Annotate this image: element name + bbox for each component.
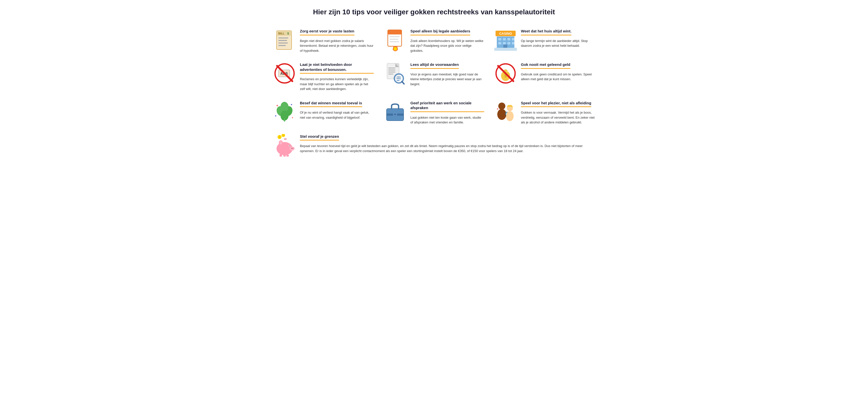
svg-text:$: $	[287, 32, 289, 35]
svg-rect-23	[507, 38, 510, 40]
tip-item-9: ✦ Speel voor het plezier, niet als aflei…	[489, 96, 600, 129]
tip-item-5: Lees altijd de voorwaarden Voor je ergen…	[379, 58, 489, 96]
tip-body-6: Gebruik ook geen creditcard om te spelen…	[521, 72, 595, 82]
tip-body-9: Gokken is voor vermaak. Vermijd het als …	[521, 110, 595, 125]
tip-title-2: Speel alleen bij legale aanbieders	[410, 29, 470, 35]
tip-body-2: Zoek alleen licentiehouders op. Wil je w…	[410, 38, 484, 53]
tip-body-4: Reclames en promoties kunnen verleidelij…	[300, 77, 374, 91]
cert-icon	[384, 29, 406, 51]
tip-title-10: Stel vooraf je grenzen	[300, 134, 339, 141]
tip-content-1: Zorg eerst voor je vaste lasten Begin ni…	[300, 29, 374, 53]
svg-rect-30	[494, 48, 517, 51]
tip-title-4: Laat je niet beïnvloeden door advertenti…	[300, 62, 374, 74]
tip-body-7: Of je nu wint of verliest hangt vaak af …	[300, 110, 374, 120]
tip-title-9: Speel voor het plezier, niet als afleidi…	[521, 100, 591, 107]
tip-content-4: Laat je niet beïnvloeden door advertenti…	[300, 62, 374, 91]
people-icon: ✦	[494, 100, 517, 123]
svg-rect-9	[388, 30, 402, 34]
svg-rect-6	[278, 42, 288, 43]
svg-rect-40	[388, 71, 395, 72]
svg-text:✦: ✦	[291, 116, 293, 119]
svg-point-75	[291, 148, 292, 149]
tip-content-10: Stel vooraf je grenzen Bepaal van tevore…	[300, 134, 595, 154]
tip-content-5: Lees altijd de voorwaarden Voor je ergen…	[410, 62, 484, 86]
tip-body-10: Bepaal van tevoren hoeveel tijd en geld …	[300, 144, 595, 153]
svg-rect-39	[388, 70, 395, 70]
svg-point-70	[506, 111, 514, 121]
svg-text:✦: ✦	[496, 107, 499, 111]
svg-text:✦: ✦	[276, 104, 279, 108]
tip-body-3: Op lange termijn wint de aanbieder altij…	[521, 38, 595, 48]
tip-body-5: Voor je ergens aan meedoet, kijk goed na…	[410, 72, 484, 87]
svg-rect-41	[388, 74, 393, 75]
tip-content-2: Speel alleen bij legale aanbieders Zoek …	[410, 29, 484, 53]
svg-rect-38	[388, 68, 395, 68]
svg-rect-82	[283, 155, 286, 156]
svg-text:$: $	[283, 135, 284, 137]
svg-rect-64	[394, 114, 396, 115]
casino-icon: CASINO	[494, 29, 517, 51]
tip-item-7: ✦ ✦ ✦ ✦ Besef dat winnen meestal toeval …	[268, 96, 379, 129]
svg-line-43	[402, 82, 404, 84]
tip-title-1: Zorg eerst voor je vaste lasten	[300, 29, 354, 35]
tip-item-6: $ Gok nooit met geleend geld Gebruik ook…	[489, 58, 600, 96]
tips-grid: BILL $ Zorg eerst voor je vaste lasten B…	[268, 24, 600, 129]
svg-rect-7	[278, 45, 286, 46]
no-money-icon: $	[494, 62, 517, 85]
tip-body-1: Begin niet direct met gokken zodra je sa…	[300, 38, 374, 53]
svg-point-76	[292, 148, 293, 149]
svg-rect-12	[390, 41, 399, 42]
clover-icon: ✦ ✦ ✦ ✦	[273, 100, 296, 123]
tip-title-5: Lees altijd de voorwaarden	[410, 62, 459, 69]
svg-rect-28	[512, 42, 515, 45]
svg-rect-81	[280, 154, 282, 156]
tip-body-8: Laat gokken niet ten koste gaan van werk…	[410, 115, 484, 125]
piggy-icon: $ $	[273, 134, 296, 156]
svg-point-65	[498, 103, 505, 110]
svg-point-78	[289, 145, 290, 146]
svg-point-80	[280, 141, 282, 145]
tip-item-2: Speel alleen bij legale aanbieders Zoek …	[379, 24, 489, 58]
tip-item-4: ADS Laat je niet beïnvloeden door advert…	[268, 58, 379, 96]
svg-text:✦: ✦	[275, 114, 277, 117]
tip-item-10: $ $ Stel vooraf je grenzen Bepaal van te…	[268, 129, 600, 161]
svg-rect-10	[390, 36, 400, 37]
tip-item-8: Geef prioriteit aan werk en sociale afsp…	[379, 96, 489, 129]
bill-icon: BILL $	[273, 29, 296, 51]
tip-title-6: Gok nooit met geleend geld	[521, 62, 570, 69]
tip-item-1: BILL $ Zorg eerst voor je vaste lasten B…	[268, 24, 379, 58]
svg-rect-83	[286, 155, 289, 156]
svg-point-14	[394, 47, 397, 51]
tip-content-6: Gok nooit met geleend geld Gebruik ook g…	[521, 62, 595, 82]
tip-title-3: Weet dat het huis altijd wint.	[521, 29, 571, 35]
svg-rect-24	[512, 38, 515, 40]
svg-rect-45	[397, 79, 401, 79]
svg-rect-27	[507, 42, 510, 45]
briefcase-icon	[384, 100, 406, 123]
svg-text:✦: ✦	[290, 103, 292, 106]
svg-point-74	[289, 147, 294, 151]
tip-content-9: Speel voor het plezier, niet als afleidi…	[521, 100, 595, 125]
svg-rect-25	[498, 42, 501, 45]
svg-rect-46	[397, 80, 400, 81]
svg-rect-29	[503, 45, 507, 48]
svg-text:CASINO: CASINO	[499, 32, 512, 35]
tip-item-3: CASINO Weet dat het huis altijd w	[489, 24, 600, 58]
page-title: Hier zijn 10 tips voor veiliger gokken r…	[268, 7, 600, 17]
no-ads-icon: ADS	[273, 62, 296, 85]
tip-content-7: Besef dat winnen meestal toeval is Of je…	[300, 100, 374, 120]
tip-title-8: Geef prioriteit aan werk en sociale afsp…	[410, 100, 484, 112]
tip-title-7: Besef dat winnen meestal toeval is	[300, 100, 362, 107]
svg-rect-4	[278, 37, 288, 38]
svg-rect-44	[397, 77, 401, 78]
svg-rect-11	[390, 39, 398, 40]
tip-content-8: Geef prioriteit aan werk en sociale afsp…	[410, 100, 484, 125]
doc-mag-icon	[384, 62, 406, 85]
svg-rect-5	[278, 40, 287, 41]
svg-rect-22	[503, 38, 506, 40]
svg-rect-21	[498, 38, 501, 40]
svg-point-72	[284, 138, 287, 140]
svg-text:BILL: BILL	[278, 32, 285, 35]
tip-content-3: Weet dat het huis altijd wint. Op lange …	[521, 29, 595, 48]
svg-rect-26	[503, 42, 506, 45]
